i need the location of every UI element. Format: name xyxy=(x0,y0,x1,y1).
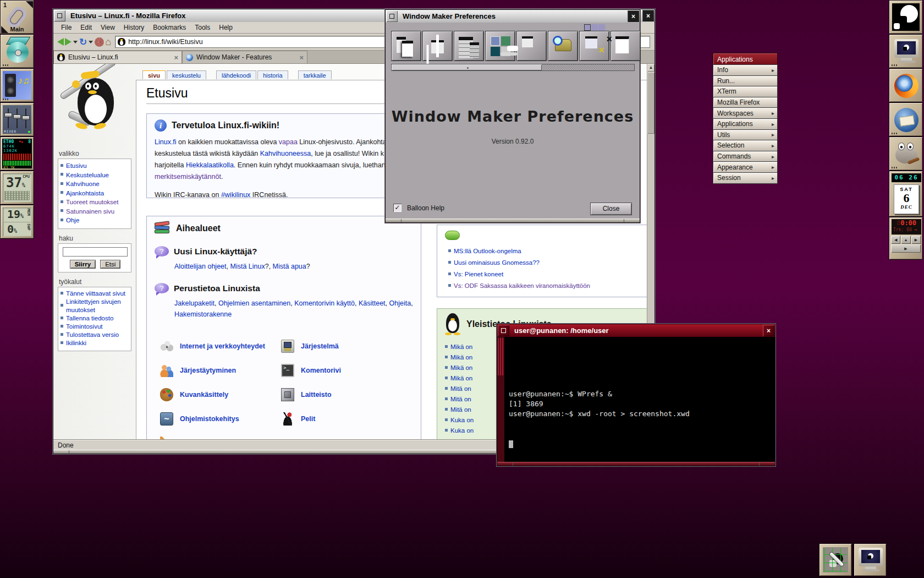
dock-memory-monitor[interactable]: 19% MEM 0% SWP xyxy=(0,205,34,239)
menubar-item[interactable]: History xyxy=(119,23,148,32)
category-link[interactable]: Järjestelmä xyxy=(281,340,413,353)
prefs-section-button[interactable] xyxy=(579,31,609,61)
stop-button[interactable] xyxy=(95,35,104,48)
search-go-button[interactable]: Siirry xyxy=(70,260,96,269)
sidebar-tools-item[interactable]: Tulostettava versio xyxy=(61,331,130,339)
sidebar-nav-item[interactable]: Kahvihuone xyxy=(61,179,130,189)
dock-terminal-icon[interactable] xyxy=(889,34,923,68)
text-segment[interactable]: Hakemistorakenne xyxy=(174,310,232,318)
resize-bar[interactable] xyxy=(386,219,640,222)
general-link[interactable]: Mikä on xyxy=(450,352,472,363)
menu-item[interactable]: Workspaces ▸ xyxy=(713,107,778,119)
next-track-button[interactable]: ▶ xyxy=(911,236,921,244)
category-link[interactable]: Ohjelmistokehitys xyxy=(160,412,281,426)
category-link[interactable]: Internet ja verkkoyhteydet xyxy=(160,340,281,353)
sidebar-link[interactable]: Tallenna tiedosto xyxy=(66,314,113,323)
wiki-page-tab[interactable]: sivu xyxy=(142,70,166,79)
text-segment[interactable]: Linux.fi xyxy=(155,138,177,146)
clip-next-arrow[interactable] xyxy=(26,1,33,8)
category-link[interactable]: Pelit xyxy=(281,412,413,426)
sidebar-link[interactable]: Kahvihuone xyxy=(66,179,100,189)
general-link[interactable]: Mikä on xyxy=(450,373,472,384)
general-link[interactable]: Kuka on xyxy=(450,426,474,436)
dock-mixer-applet[interactable]: MIXER xyxy=(0,102,34,137)
text-segment[interactable]: Jakelupaketit xyxy=(174,299,215,307)
news-item[interactable]: Vs: Pienet koneet xyxy=(448,269,647,280)
dock-firefox-icon[interactable] xyxy=(889,68,923,102)
dock-cpu-monitor[interactable]: CPU 37% xyxy=(0,171,34,205)
tab-windowmaker-features[interactable]: Window Maker - Features × xyxy=(182,51,307,63)
miniaturize-button[interactable] xyxy=(498,325,509,336)
menubar-item[interactable]: Edit xyxy=(76,23,96,32)
dock-gimp-icon[interactable] xyxy=(889,137,923,171)
close-button[interactable]: × xyxy=(628,10,639,22)
terminal-body[interactable]: user@punanen:~$ WPrefs &[1] 3869user@pun… xyxy=(497,337,775,462)
dock-music-icon[interactable]: ♪♫ xyxy=(0,68,34,102)
dock-clock-applet[interactable]: 06 26 SAT 6 DEC xyxy=(889,171,923,217)
sidebar-link[interactable]: Tulostettava versio xyxy=(66,331,119,339)
general-link[interactable]: Mitä on xyxy=(450,384,471,394)
sidebar-nav-item[interactable]: Etusivu xyxy=(61,161,130,171)
menu-item[interactable]: Session ▸ xyxy=(713,172,778,184)
wprefs-appicon[interactable] xyxy=(819,543,852,576)
url-text[interactable]: http://linux.fi/wiki/Etusivu xyxy=(128,38,202,46)
terminal-scrollbar[interactable] xyxy=(497,337,504,462)
wiki-page-tab[interactable]: lähdekoodi xyxy=(216,70,256,79)
menu-item[interactable]: XTerm ▸ xyxy=(713,86,778,97)
sidebar-tools-item[interactable]: Toimintosivut xyxy=(61,323,130,331)
history-dropdown-icon[interactable] xyxy=(73,41,78,43)
general-link[interactable]: Mikä on xyxy=(450,363,472,373)
wiki-page-tab[interactable]: keskustelu xyxy=(167,70,206,79)
tab-close-icon[interactable]: × xyxy=(174,53,178,62)
dock-thunderbird-icon[interactable] xyxy=(889,102,923,137)
text-segment[interactable]: vapaa xyxy=(279,138,298,146)
general-link[interactable]: Mikä on xyxy=(450,342,472,352)
play-button[interactable]: ▶ xyxy=(891,244,921,253)
sidebar-link[interactable]: Ikilinkki xyxy=(66,339,86,347)
sidebar-nav-item[interactable]: Satunnainen sivu xyxy=(61,207,130,216)
sidebar-link[interactable]: Satunnainen sivu xyxy=(66,207,114,216)
sidebar-tools-item[interactable]: Tallenna tiedosto xyxy=(61,314,130,323)
text-segment[interactable]: Käsitteet xyxy=(359,299,386,307)
menu-item[interactable]: Applications ▸ xyxy=(713,118,778,130)
prefs-section-button[interactable] xyxy=(516,31,547,61)
category-link[interactable]: Kuvankäsittely xyxy=(160,388,281,401)
text-segment[interactable]: Mistä apua xyxy=(273,263,306,270)
home-button[interactable]: ⌂ xyxy=(105,35,111,48)
checkbox-checked-icon[interactable]: ✓ xyxy=(393,204,402,212)
scroll-up-icon[interactable]: ▲ xyxy=(647,64,654,72)
category-link[interactable]: Laitteisto xyxy=(281,388,413,401)
news-item[interactable]: Uusi ominaisuus Gnomessa?? xyxy=(448,257,647,269)
reload-dropdown-icon[interactable] xyxy=(89,41,93,43)
prefs-section-button[interactable] xyxy=(610,31,641,61)
prefs-section-button[interactable] xyxy=(422,31,453,61)
close-button[interactable]: × xyxy=(763,325,774,336)
sidebar-link[interactable]: Keskustelualue xyxy=(66,171,109,180)
reload-button[interactable]: ↻ xyxy=(79,35,87,48)
menu-item[interactable]: Info ▸ xyxy=(713,64,778,76)
sidebar-link[interactable]: Ohje xyxy=(66,216,79,225)
news-link[interactable]: Vs: ODF Saksassa kaikkeen viranomaiskäyt… xyxy=(454,280,590,292)
prefs-section-button[interactable] xyxy=(548,31,578,61)
back-button[interactable] xyxy=(57,35,64,48)
menu-item[interactable]: Commands ▸ xyxy=(713,151,778,162)
text-segment[interactable]: Ohjelmien asentaminen xyxy=(218,299,290,307)
miniaturize-button[interactable] xyxy=(54,10,65,21)
dock-windowmaker-icon[interactable] xyxy=(889,0,923,34)
text-segment[interactable]: Kahvihuoneessa xyxy=(260,150,311,157)
text-segment[interactable]: Aloittelijan ohjeet xyxy=(174,263,227,270)
prefs-strip-scrollbar[interactable] xyxy=(391,64,635,71)
prefs-section-button[interactable] xyxy=(454,31,484,61)
menu-item[interactable]: Appearance ▸ xyxy=(713,161,778,173)
dock-network-monitor[interactable]: ETH0▼▲8 674K 1302K 83.7K 164.3K xyxy=(0,137,34,171)
menubar-item[interactable]: File xyxy=(57,23,76,32)
wiki-page-tab[interactable]: historia xyxy=(257,70,288,79)
menu-item[interactable]: Selection ▸ xyxy=(713,140,778,151)
balloon-help-option[interactable]: ✓ Balloon Help xyxy=(393,204,444,212)
dock-cd-applet[interactable]: 80:00 Trk: 88 → ◀ ▲ ▶ ▶ xyxy=(889,217,923,260)
scrollbar-thumb[interactable] xyxy=(647,72,654,134)
menubar-item[interactable]: View xyxy=(96,23,119,32)
terminal-appicon[interactable] xyxy=(854,543,887,576)
sidebar-link[interactable]: Toimintosivut xyxy=(66,323,102,331)
sidebar-link[interactable]: Etusivu xyxy=(66,161,87,171)
